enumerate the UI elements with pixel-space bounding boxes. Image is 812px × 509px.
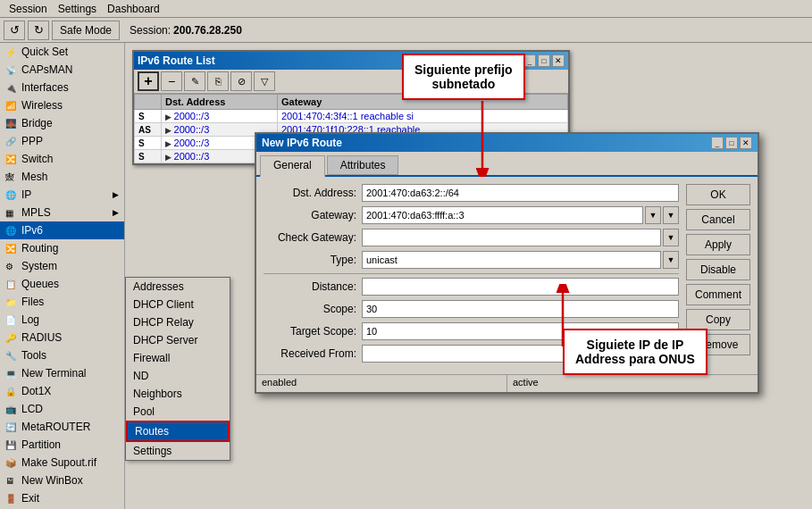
sidebar-item-interfaces[interactable]: 🔌 Interfaces (0, 79, 124, 96)
sidebar-item-dot1x[interactable]: 🔒 Dot1X (0, 382, 124, 400)
ok-button[interactable]: OK (686, 184, 750, 205)
type-dropdown-btn[interactable]: ▼ (663, 251, 679, 269)
distance-input[interactable] (362, 278, 679, 296)
scope-input[interactable] (362, 300, 679, 318)
sidebar-item-mpls[interactable]: ▦ MPLS ▶ (0, 204, 124, 221)
ppp-icon: 🔗 (5, 137, 18, 146)
sidebar-item-partition[interactable]: 💾 Partition (0, 436, 124, 454)
log-icon: 📄 (5, 315, 18, 325)
radius-icon: 🔑 (5, 333, 18, 343)
sidebar-item-new-terminal[interactable]: 💻 New Terminal (0, 364, 124, 382)
dialog-close-btn[interactable]: ✕ (740, 137, 752, 149)
menu-dashboard[interactable]: Dashboard (102, 2, 165, 16)
sidebar-item-ipv6[interactable]: 🌐 IPv6 (0, 221, 124, 239)
sidebar-item-ip[interactable]: 🌐 IP ▶ (0, 186, 124, 204)
tab-attributes[interactable]: Attributes (327, 155, 399, 175)
sidebar-item-exit[interactable]: 🚪 Exit (0, 489, 124, 507)
sidebar-item-radius[interactable]: 🔑 RADIUS (0, 329, 124, 346)
table-row[interactable]: S ▶ 2000::/3 2001:470:4:3f4::1 reachable… (135, 110, 568, 123)
gateway-add-btn[interactable]: ▼ (663, 206, 679, 224)
scope-row: Scope: (264, 300, 679, 318)
sidebar-item-lcd[interactable]: 📺 LCD (0, 400, 124, 418)
switch-icon: 🔀 (5, 154, 18, 164)
sidebar-item-queues[interactable]: 📋 Queues (0, 275, 124, 293)
dst-address-input[interactable] (362, 184, 679, 202)
disable-button[interactable]: Disable (686, 259, 750, 280)
gateway-label: Gateway: (264, 209, 362, 221)
redo-button[interactable]: ↻ (28, 21, 49, 40)
col-dst[interactable]: Dst. Address (162, 95, 278, 110)
tab-general[interactable]: General (260, 155, 325, 177)
check-gateway-label: Check Gateway: (264, 231, 362, 244)
sidebar-item-mesh[interactable]: 🕸 Mesh (0, 168, 124, 186)
route-list-minimize-btn[interactable]: _ (523, 54, 536, 67)
sidebar-item-capsman[interactable]: 📡 CAPsMAN (0, 61, 124, 79)
safe-mode-button[interactable]: Safe Mode (52, 21, 120, 40)
submenu-item-neighbors[interactable]: Neighbors (126, 385, 230, 403)
distance-label: Distance: (264, 280, 362, 293)
tools-icon: 🔧 (5, 351, 18, 361)
submenu-item-routes[interactable]: Routes (126, 421, 230, 442)
submenu-item-firewall[interactable]: Firewall (126, 349, 230, 367)
copy-route-btn[interactable]: ⎘ (207, 71, 229, 91)
sidebar-item-files[interactable]: 📁 Files (0, 293, 124, 311)
mpls-icon: ▦ (5, 208, 18, 218)
new-winbox-icon: 🖥 (5, 476, 18, 486)
sidebar-item-make-supout[interactable]: 📦 Make Supout.rif (0, 454, 124, 471)
sidebar-item-wireless[interactable]: 📶 Wireless (0, 96, 124, 114)
gateway-input[interactable] (362, 206, 643, 224)
submenu-item-pool[interactable]: Pool (126, 403, 230, 421)
cancel-button[interactable]: Cancel (686, 209, 750, 230)
dialog-statusbar: enabled active (256, 374, 758, 392)
sidebar: ⚡ Quick Set 📡 CAPsMAN 🔌 Interfaces 📶 Wir… (0, 43, 125, 509)
check-gateway-dropdown-btn[interactable]: ▼ (663, 229, 679, 246)
apply-button[interactable]: Apply (686, 234, 750, 255)
comment-button[interactable]: Comment (686, 284, 750, 305)
submenu-item-nd[interactable]: ND (126, 367, 230, 385)
system-icon: ⚙ (5, 262, 18, 271)
dialog-maximize-btn[interactable]: □ (725, 137, 738, 149)
sidebar-item-bridge[interactable]: 🌉 Bridge (0, 114, 124, 132)
sidebar-item-quick-set[interactable]: ⚡ Quick Set (0, 43, 124, 61)
sidebar-item-new-winbox[interactable]: 🖥 New WinBox (0, 471, 124, 489)
sidebar-item-system[interactable]: ⚙ System (0, 257, 124, 275)
sidebar-item-routing[interactable]: 🔀 Routing (0, 239, 124, 257)
edit-route-btn[interactable]: ✎ (184, 71, 205, 91)
dst-address-label: Dst. Address: (264, 187, 362, 199)
make-supout-icon: 📦 (5, 458, 18, 468)
submenu-item-dhcp-relay[interactable]: DHCP Relay (126, 313, 230, 331)
disable-route-btn[interactable]: ⊘ (230, 71, 252, 91)
route-list-maximize-btn[interactable]: □ (538, 54, 550, 67)
route-list-title: IPv6 Route List (138, 54, 215, 67)
submenu-item-dhcp-client[interactable]: DHCP Client (126, 296, 230, 313)
submenu-item-dhcp-server[interactable]: DHCP Server (126, 331, 230, 349)
dialog-minimize-btn[interactable]: _ (711, 137, 724, 149)
undo-button[interactable]: ↺ (4, 21, 25, 40)
new-terminal-icon: 💻 (5, 369, 18, 379)
dst-address-row: Dst. Address: (264, 184, 679, 202)
sidebar-item-log[interactable]: 📄 Log (0, 311, 124, 329)
target-scope-label: Target Scope: (264, 325, 362, 338)
metarouter-icon: 🔄 (5, 422, 18, 432)
copy-button[interactable]: Copy (686, 309, 750, 330)
submenu-item-addresses[interactable]: Addresses (126, 278, 230, 296)
capsman-icon: 📡 (5, 65, 18, 75)
sidebar-item-ppp[interactable]: 🔗 PPP (0, 132, 124, 150)
route-list-close-btn[interactable]: ✕ (552, 54, 565, 67)
filter-route-btn[interactable]: ▽ (254, 71, 275, 91)
type-input[interactable] (362, 251, 661, 269)
check-gateway-input[interactable] (362, 229, 661, 246)
sidebar-item-metarouter[interactable]: 🔄 MetaROUTER (0, 418, 124, 436)
files-icon: 📁 (5, 297, 18, 307)
sidebar-item-switch[interactable]: 🔀 Switch (0, 150, 124, 168)
gateway-dropdown-btn[interactable]: ▼ (645, 206, 661, 224)
menu-session[interactable]: Session (4, 2, 53, 16)
menu-settings[interactable]: Settings (53, 2, 102, 16)
submenu-item-settings[interactable]: Settings (126, 442, 230, 460)
lcd-icon: 📺 (5, 405, 18, 414)
add-route-btn[interactable]: + (138, 71, 159, 91)
col-flag[interactable] (135, 95, 162, 110)
ipv6-icon: 🌐 (5, 226, 18, 236)
sidebar-item-tools[interactable]: 🔧 Tools (0, 346, 124, 364)
remove-route-btn[interactable]: − (161, 71, 182, 91)
